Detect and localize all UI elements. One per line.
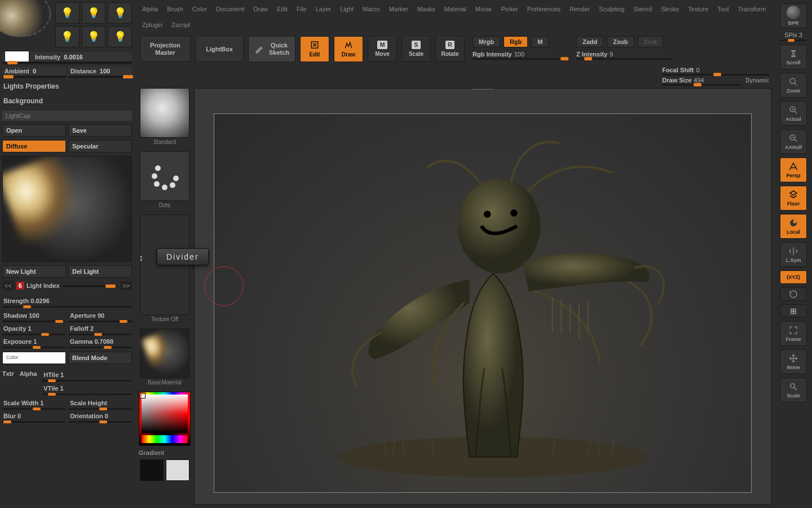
- scale-mode-button[interactable]: S Scale: [401, 36, 431, 62]
- zcut-button[interactable]: Zcut: [638, 36, 663, 47]
- gradient-label[interactable]: Gradient: [139, 449, 164, 456]
- color-picker[interactable]: [139, 392, 191, 446]
- m-button[interactable]: M: [531, 36, 549, 47]
- lights-properties-header[interactable]: Lights Properties: [2, 79, 132, 94]
- swatch-primary[interactable]: [140, 459, 164, 481]
- snap-button[interactable]: ⊞: [780, 304, 807, 318]
- save-button[interactable]: Save: [68, 124, 132, 137]
- persp-button[interactable]: Persp: [780, 157, 807, 182]
- canvas[interactable]: [214, 113, 752, 493]
- menu-render[interactable]: Render: [570, 6, 590, 12]
- move-mode-button[interactable]: M Move: [368, 36, 397, 62]
- light-index-slider[interactable]: << 6 Light Index >>: [2, 281, 132, 290]
- swatch-secondary[interactable]: [166, 459, 189, 481]
- open-button[interactable]: Open: [2, 124, 66, 137]
- mrgb-button[interactable]: Mrgb: [473, 36, 500, 47]
- blur-slider[interactable]: Blur 0: [2, 411, 65, 423]
- ambient-slider[interactable]: Ambient 0: [2, 66, 66, 76]
- dynamic-toggle[interactable]: Dynamic: [745, 77, 769, 84]
- exposure-slider[interactable]: Exposure 1: [2, 337, 65, 348]
- light-index-next[interactable]: >>: [120, 281, 132, 290]
- menu-material[interactable]: Material: [444, 6, 466, 12]
- diffuse-button[interactable]: Diffuse: [2, 140, 66, 152]
- zoom-button[interactable]: Zoom: [780, 73, 807, 98]
- menu-stroke[interactable]: Stroke: [661, 6, 679, 12]
- local-button[interactable]: Local: [780, 214, 807, 239]
- basic-material-tile[interactable]: BasicMaterial: [140, 329, 189, 378]
- menu-alpha[interactable]: Alpha: [142, 6, 158, 12]
- background-header[interactable]: Background: [2, 94, 132, 108]
- specular-button[interactable]: Specular: [68, 140, 132, 152]
- menu-zplugin[interactable]: Zplugin: [142, 21, 162, 28]
- rotate-mode-button[interactable]: R Rotate: [435, 36, 465, 62]
- menu-movie[interactable]: Movie: [475, 6, 492, 12]
- rotate-axis-button[interactable]: [780, 287, 807, 301]
- distance-slider[interactable]: Distance 100: [68, 66, 132, 76]
- del-light-button[interactable]: Del Light: [68, 265, 132, 278]
- scale-height-slider[interactable]: Scale Height: [69, 398, 132, 410]
- brush-standard-tile[interactable]: Standard: [140, 88, 189, 138]
- blend-mode-button[interactable]: Blend Mode: [68, 352, 132, 364]
- color-swatch[interactable]: Color: [2, 352, 66, 364]
- light-slot-4[interactable]: 💡: [55, 26, 80, 47]
- aahalf-button[interactable]: AAHalf: [780, 129, 807, 154]
- menu-color[interactable]: Color: [192, 6, 207, 12]
- focal-shift-slider[interactable]: Focal Shift 0: [662, 67, 769, 73]
- light-slot-2[interactable]: 💡: [82, 2, 106, 24]
- draw-size-slider[interactable]: Draw Size 494: [662, 77, 741, 84]
- shadow-slider[interactable]: Shadow 100: [2, 311, 65, 322]
- lightcap-preview[interactable]: [2, 156, 132, 262]
- actual-button[interactable]: Actual: [780, 101, 807, 126]
- menu-light[interactable]: Light: [340, 6, 354, 12]
- menu-sculpting[interactable]: Sculpting: [599, 6, 624, 12]
- aperture-slider[interactable]: Aperture 90: [69, 311, 132, 322]
- menu-edit[interactable]: Edit: [277, 6, 288, 12]
- projection-master-button[interactable]: Projection Master: [140, 36, 191, 62]
- menu-file[interactable]: File: [297, 6, 307, 12]
- light-slot-6[interactable]: 💡: [108, 26, 132, 47]
- scale-view-button[interactable]: Scale: [780, 378, 807, 402]
- zadd-button[interactable]: Zadd: [576, 36, 603, 47]
- z-intensity-slider[interactable]: Z Intensity 9: [576, 51, 672, 58]
- strength-slider[interactable]: Strength 0.0296: [2, 296, 132, 308]
- menu-texture[interactable]: Texture: [688, 6, 708, 12]
- floor-button[interactable]: Floor: [780, 186, 807, 211]
- new-light-button[interactable]: New Light: [2, 265, 66, 278]
- light-slot-1[interactable]: 💡: [55, 2, 80, 24]
- menu-marker[interactable]: Marker: [389, 6, 408, 12]
- orientation-slider[interactable]: Orientation 0: [69, 411, 132, 423]
- menu-picker[interactable]: Picker: [501, 6, 518, 12]
- vtile-slider[interactable]: VTile 1: [42, 384, 132, 395]
- menu-preferences[interactable]: Preferences: [527, 6, 561, 12]
- spix-slider[interactable]: SPix 3: [780, 32, 807, 41]
- rgb-intensity-slider[interactable]: Rgb Intensity 100: [473, 51, 568, 58]
- viewport[interactable]: [194, 88, 771, 505]
- bpr-button[interactable]: BPR: [780, 3, 807, 28]
- light-slot-3[interactable]: 💡: [108, 2, 132, 24]
- menu-zscript[interactable]: Zscript: [171, 21, 190, 28]
- menu-tool[interactable]: Tool: [717, 6, 729, 12]
- intensity-slider[interactable]: Intensity 0.0016: [2, 52, 132, 62]
- menu-stencil[interactable]: Stencil: [633, 6, 652, 12]
- lightcap-header[interactable]: LightCap: [2, 111, 132, 121]
- menu-masks[interactable]: Masks: [417, 6, 435, 12]
- canvas-drag-handle[interactable]: [472, 88, 493, 90]
- menu-transform[interactable]: Transform: [738, 6, 766, 12]
- menu-macro[interactable]: Macro: [363, 6, 380, 12]
- gamma-slider[interactable]: Gamma 0.7088: [69, 337, 132, 348]
- falloff-slider[interactable]: Falloff 2: [69, 324, 132, 335]
- htile-slider[interactable]: HTile 1: [42, 370, 132, 382]
- rgb-button[interactable]: Rgb: [504, 36, 528, 47]
- txtr-label[interactable]: Txtr: [2, 370, 14, 395]
- lightbox-button[interactable]: LightBox: [195, 36, 244, 62]
- light-direction-sphere[interactable]: [0, 0, 51, 37]
- scale-width-slider[interactable]: Scale Width 1: [2, 398, 65, 410]
- color-cursor[interactable]: [140, 393, 145, 398]
- opacity-slider[interactable]: Opacity 1: [2, 324, 65, 335]
- light-slot-5[interactable]: 💡: [82, 26, 106, 47]
- quick-sketch-button[interactable]: Quick Sketch: [248, 36, 295, 62]
- stroke-dots-tile[interactable]: Dots: [140, 151, 189, 201]
- alpha-label[interactable]: Alpha: [20, 370, 37, 395]
- scroll-button[interactable]: Scroll: [780, 45, 807, 69]
- xyz-button[interactable]: (XYZ): [780, 270, 807, 284]
